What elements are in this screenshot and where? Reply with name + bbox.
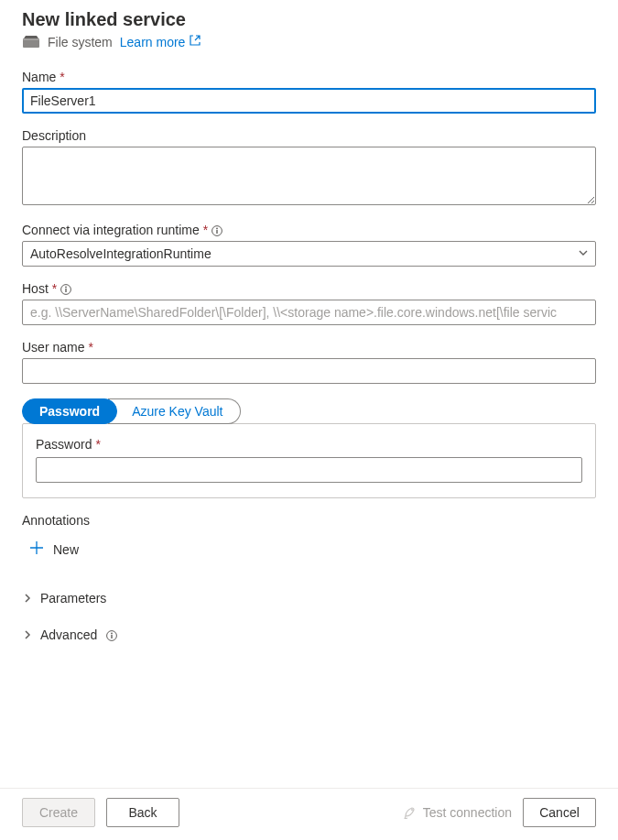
annotations-section: Annotations New xyxy=(22,513,596,562)
learn-more-label: Learn more xyxy=(120,35,186,49)
host-field-group: Host * xyxy=(22,281,596,325)
subtitle-row: File system Learn more xyxy=(22,34,596,49)
svg-point-9 xyxy=(111,633,113,635)
parameters-label: Parameters xyxy=(40,591,106,605)
required-asterisk: * xyxy=(88,340,92,355)
required-asterisk: * xyxy=(95,437,100,452)
add-annotation-button[interactable]: New xyxy=(27,537,81,562)
name-input[interactable] xyxy=(22,88,596,114)
credential-box: Password * xyxy=(22,423,596,498)
required-asterisk: * xyxy=(203,223,208,237)
svg-rect-1 xyxy=(23,38,39,40)
test-connection-button[interactable]: Test connection xyxy=(403,804,512,822)
username-input[interactable] xyxy=(22,358,596,384)
tab-password[interactable]: Password xyxy=(22,398,117,424)
create-button[interactable]: Create xyxy=(22,798,95,827)
chevron-right-icon xyxy=(22,593,33,604)
runtime-field-group: Connect via integration runtime * AutoRe… xyxy=(22,223,596,267)
password-label: Password xyxy=(36,437,92,452)
cancel-button[interactable]: Cancel xyxy=(523,798,596,827)
tab-azure-key-vault[interactable]: Azure Key Vault xyxy=(108,398,240,424)
subtitle-type-label: File system xyxy=(48,35,113,49)
file-system-icon xyxy=(22,36,40,49)
svg-rect-7 xyxy=(66,289,67,292)
plus-icon xyxy=(29,540,44,558)
add-annotation-label: New xyxy=(53,542,79,557)
runtime-label: Connect via integration runtime xyxy=(22,223,200,237)
description-label: Description xyxy=(22,128,86,143)
svg-point-11 xyxy=(411,809,413,811)
info-icon[interactable] xyxy=(106,629,117,640)
chevron-right-icon xyxy=(22,629,33,640)
required-asterisk: * xyxy=(52,281,57,296)
parameters-section-toggle[interactable]: Parameters xyxy=(22,587,596,609)
back-button[interactable]: Back xyxy=(106,798,179,827)
description-textarea[interactable] xyxy=(22,147,596,205)
password-input[interactable] xyxy=(36,457,582,483)
info-icon[interactable] xyxy=(60,283,71,294)
credential-type-toggle: Password Azure Key Vault xyxy=(22,398,241,424)
advanced-label: Advanced xyxy=(40,627,97,642)
page-title: New linked service xyxy=(22,9,596,30)
advanced-section-toggle[interactable]: Advanced xyxy=(22,624,596,646)
external-link-icon xyxy=(189,34,201,49)
name-label: Name xyxy=(22,70,56,84)
annotations-heading: Annotations xyxy=(22,513,596,528)
runtime-select[interactable]: AutoResolveIntegrationRuntime xyxy=(22,241,596,267)
name-field-group: Name * xyxy=(22,70,596,114)
description-field-group: Description xyxy=(22,128,596,208)
svg-rect-10 xyxy=(112,635,113,638)
username-label: User name xyxy=(22,340,84,355)
host-input[interactable] xyxy=(22,300,596,325)
svg-point-3 xyxy=(216,228,218,230)
host-label: Host xyxy=(22,281,49,296)
info-icon[interactable] xyxy=(211,224,222,235)
footer-bar: Create Back Test connection Cancel xyxy=(0,788,618,840)
learn-more-link[interactable]: Learn more xyxy=(120,34,202,49)
credential-section: Password Azure Key Vault Password * xyxy=(22,398,596,498)
svg-point-6 xyxy=(65,287,67,289)
rocket-icon xyxy=(403,804,417,822)
svg-rect-4 xyxy=(217,230,218,234)
username-field-group: User name * xyxy=(22,340,596,384)
required-asterisk: * xyxy=(60,70,64,84)
test-connection-label: Test connection xyxy=(423,805,512,820)
